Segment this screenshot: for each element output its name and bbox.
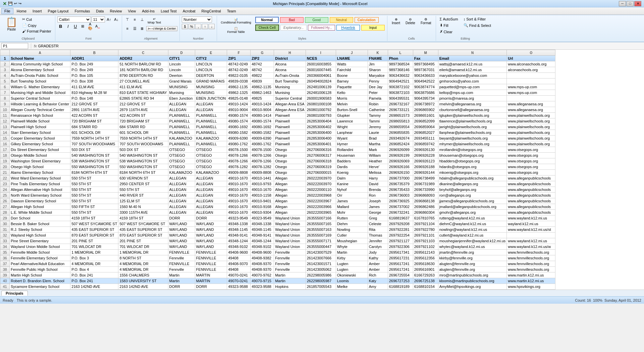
copy-button[interactable]: 📄 Copy [20,22,53,28]
col-header-O[interactable]: O [507,50,555,56]
cell-F14[interactable]: 49080-1582 [227,130,251,136]
cell-H19[interactable]: Otsego [274,158,306,164]
insert-cells-button[interactable]: ⊕ Insert [389,16,402,26]
cell-G33[interactable]: 49348-1244 [251,238,274,244]
restore-button[interactable]: □ [627,1,634,6]
cell-O10[interactable]: www.alleganaesa.org [507,107,555,113]
cell-F37[interactable]: 49408-9370 [227,261,251,267]
cell-K20[interactable]: Herve' [368,164,388,170]
cell-E30[interactable]: WAYLAND [195,221,227,227]
row-number-20[interactable]: 20 [0,164,10,170]
cell-J29[interactable]: Rutten [336,215,368,221]
formula-input[interactable] [38,43,643,49]
cell-O2[interactable]: www.alconaschools.org [507,61,555,67]
cell-F40[interactable]: 49070-0241 [227,278,251,284]
col-header-D[interactable]: D [168,50,195,56]
cell-B2[interactable]: P.O. Box 249 [70,61,118,67]
cell-M27[interactable]: 2696862486 [413,204,438,210]
cell-F39[interactable]: 49070-0241 [227,272,251,278]
col-header-A[interactable]: A [10,50,70,56]
cell-M10[interactable]: 2696865902 [413,107,438,113]
cell-G11[interactable]: 49080-1414 [251,113,274,118]
italic-button[interactable]: I [65,23,71,29]
cell-O9[interactable]: www.alleganaesa.org [507,101,555,107]
cell-A33[interactable]: Pine Street Elementary [10,238,70,244]
cell-C2[interactable]: 51 NORTH BARLOW RD [118,61,168,67]
cell-O36[interactable]: www.fennvilleschools.org [507,255,555,261]
cell-A11[interactable]: Renaissance High School [10,113,70,118]
cell-H40[interactable]: Martin [274,278,306,284]
cell-O19[interactable]: www.otsegops.org [507,158,555,164]
cell-H11[interactable]: Plainwell [274,113,306,118]
cell-H37[interactable]: Fennville [274,261,306,267]
cell-I24[interactable]: 260222000110 [306,187,336,193]
cell-E12[interactable]: PLAINWELL [195,118,227,124]
cell-M7[interactable]: 9063875686 [413,90,438,96]
cell-D13[interactable]: PLAINWELL [168,124,195,130]
cell-K9[interactable]: Robin [368,101,388,107]
cell-J30[interactable]: Diehm [336,221,368,227]
cell-I15[interactable]: 262853006400 [306,136,336,141]
cell-O6[interactable]: www.mps-up.com [507,84,555,90]
cell-F25[interactable]: 49010-1670 [227,193,251,198]
cell-F7[interactable]: 49862-1325 [227,90,251,96]
cell-I41[interactable]: 261857005543 [306,284,336,290]
table-row[interactable]: 13Plainwell High School684 STARR RD684 S… [0,124,555,130]
cell-F2[interactable]: 48742-0249 [227,61,251,67]
cell-C30[interactable]: 507 WEST SYCAMORE ST [118,221,168,227]
cell-K30[interactable]: Celeste [368,221,388,227]
cell-D5[interactable]: Grand Marais [168,79,195,84]
cell-I37[interactable]: 261423001571 [306,261,336,267]
cell-I35[interactable]: 261423007529 [306,250,336,255]
cell-K37[interactable]: Amber [368,261,388,267]
cell-A2[interactable]: Alcona Community High School [10,61,70,67]
cell-L36[interactable]: 2695617231 [388,255,413,261]
cell-N16[interactable]: mhymer@plainwellschools.org [438,141,507,147]
cell-O14[interactable]: www.plainwellschools.org [507,130,555,136]
cell-L16[interactable]: 2696852424 [388,141,413,147]
cell-A30[interactable]: Bessie B. Baker School [10,221,70,227]
cell-F23[interactable]: 49010-1670 [227,181,251,187]
cell-A5[interactable]: Burt Township School [10,79,70,84]
cell-B12[interactable]: 720 BRIGHAM ST [70,118,118,124]
cell-D16[interactable]: PLAINWELL [168,141,195,147]
table-row[interactable]: 25North Ward Elementary School550 5TH ST… [0,193,555,198]
cell-O18[interactable]: www.otsegops.org [507,153,555,158]
cell-E23[interactable]: ALLEGAN [195,181,227,187]
redo-icon[interactable]: ↪ [18,1,21,6]
cell-N7[interactable]: keltop@mps-up.com [438,90,507,96]
cell-K18[interactable]: William [368,153,388,158]
menu-home[interactable]: Home [14,8,29,14]
cell-O37[interactable]: www.fennvilleschools.org [507,261,555,267]
cell-O34[interactable]: www.wayland.k12.mi.us/w [507,244,555,250]
cell-H32[interactable]: Wayland Union [274,233,306,238]
cell-C8[interactable]: E2865 STATE RD 94 [118,96,168,101]
cell-K8[interactable]: Pamela [368,96,388,101]
table-row[interactable]: 15Cooper Elementary School7559 NORTH 14T… [0,136,555,141]
cell-D38[interactable]: Fennville [168,267,195,272]
table-row[interactable]: 40Robert D. Brandon Elem. SchoolP.O. Box… [0,278,555,284]
cell-L14[interactable]: 2696855835 [388,130,413,136]
number-format-select[interactable]: Number [182,16,212,22]
cell-I28[interactable]: 260222003965 [306,210,336,215]
cell-L40[interactable]: 2696727253 [388,278,413,284]
cell-L20[interactable]: 2696926166 [388,164,413,170]
row-number-3[interactable]: 3 [0,67,10,73]
find-select-button[interactable]: 🔍 Find & Select [462,22,493,28]
cell-K16[interactable]: Martha [368,141,388,147]
cell-C15[interactable]: 7559 NORTH 14TH ST [118,136,168,141]
cell-E32[interactable]: WAYLAND [195,233,227,238]
cell-O29[interactable]: www.wayland.k12.mi.us [507,215,555,221]
cell-K40[interactable]: Katy [368,278,388,284]
cell-E29[interactable]: DORR [195,215,227,221]
close-button[interactable]: ✕ [634,1,641,6]
cell-A35[interactable]: Fennville Middle School [10,250,70,255]
cell-H30[interactable]: Wayland Union [274,221,306,227]
cell-D27[interactable]: ALLEGAN [168,204,195,210]
cell-B10[interactable]: 2891 116TH AVE [70,107,118,113]
cell-A10[interactable]: Allegan County Technical Center [10,107,70,113]
cell-D40[interactable]: Martin [168,278,195,284]
cell-J24[interactable]: Nyhof [336,187,368,193]
cell-D35[interactable]: FENNVILLE [168,250,195,255]
cell-O15[interactable]: www.plainwellschools.org [507,136,555,141]
